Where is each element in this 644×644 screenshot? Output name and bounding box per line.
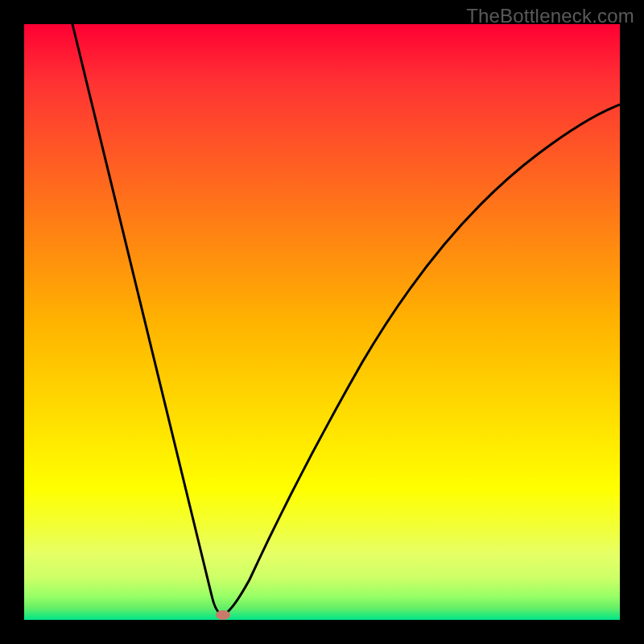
- curve-left-branch: [72, 24, 223, 615]
- chart-frame: TheBottleneck.com: [0, 0, 644, 644]
- chart-plot-area: [24, 24, 620, 620]
- optimal-point-marker: [216, 610, 230, 620]
- curve-right-branch: [223, 105, 620, 615]
- watermark-label: TheBottleneck.com: [466, 5, 634, 27]
